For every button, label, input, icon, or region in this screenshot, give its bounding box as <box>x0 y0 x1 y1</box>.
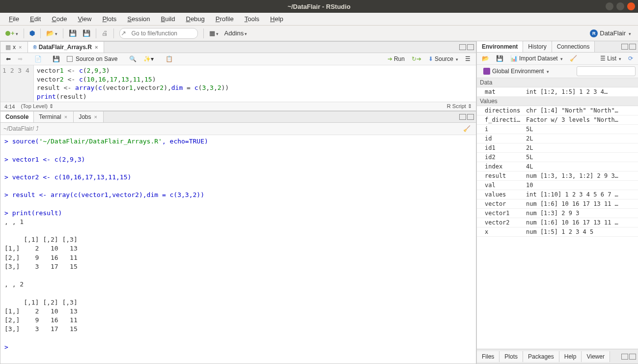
env-row[interactable]: resultnum [1:3, 1:3, 1:2] 2 9 3… <box>477 171 638 181</box>
print-button[interactable]: 🖨 <box>99 28 111 38</box>
source-pane: ▦x×®DataFlair_Arrays.R× ⬅ ➡ 📄 💾 Source o… <box>0 41 476 111</box>
clear-console-button[interactable]: 🧹 <box>461 124 473 133</box>
save-source-button[interactable]: 💾 <box>50 55 62 63</box>
window-controls <box>606 2 635 10</box>
env-row[interactable]: vectornum [1:6] 10 16 17 13 11 … <box>477 199 638 209</box>
env-row[interactable]: directionschr [1:4] "North" "North"… <box>477 106 638 115</box>
close-tab-icon[interactable]: × <box>18 44 23 50</box>
run-button[interactable]: ➔ Run <box>385 55 407 63</box>
env-row[interactable]: id12L <box>477 143 638 153</box>
project-selector[interactable]: R DataFlair <box>586 28 635 39</box>
clear-workspace-button[interactable]: 🧹 <box>567 54 580 63</box>
refresh-button[interactable]: ⟳ <box>626 54 636 63</box>
source-button[interactable]: ⬇ Source <box>426 55 461 63</box>
window-title: ~/DataFlair - RStudio <box>287 3 350 10</box>
minimize-pane-icon[interactable] <box>459 114 466 120</box>
console-output[interactable]: > source('~/DataFlair/DataFlair_Arrays.R… <box>0 135 476 364</box>
menu-build[interactable]: Build <box>156 14 180 24</box>
close-tab-icon[interactable]: × <box>94 44 99 50</box>
env-row[interactable]: i5L <box>477 125 638 134</box>
environment-pane: EnvironmentHistoryConnections 📂 💾 📊 Impo… <box>477 41 638 349</box>
files-tabs: FilesPlotsPackagesHelpViewer <box>477 349 638 364</box>
env-tab-history[interactable]: History <box>523 41 552 52</box>
env-row[interactable]: id25L <box>477 153 638 162</box>
import-dataset-button[interactable]: 📊 Import Dataset <box>508 54 565 63</box>
minimize-pane-icon[interactable] <box>621 354 628 360</box>
minimize-button[interactable] <box>606 2 613 10</box>
goto-function-input[interactable] <box>119 28 198 39</box>
br-tab-viewer[interactable]: Viewer <box>582 351 610 362</box>
scope-selector[interactable]: (Top Level) ⇕ <box>21 103 53 110</box>
maximize-pane-icon[interactable] <box>467 114 474 120</box>
save-button[interactable]: 💾 <box>66 28 79 38</box>
console-path-icon[interactable]: ⤴ <box>36 125 39 132</box>
maximize-button[interactable] <box>616 2 624 10</box>
menu-debug[interactable]: Debug <box>181 14 210 24</box>
env-row[interactable]: id2L <box>477 134 638 143</box>
environment-toolbar: 📂 💾 📊 Import Dataset 🧹 ☰ List ⟳ <box>477 53 638 65</box>
maximize-pane-icon[interactable] <box>629 44 636 50</box>
find-button[interactable]: 🔍 <box>127 55 139 63</box>
menu-plots[interactable]: Plots <box>97 14 121 24</box>
menu-profile[interactable]: Profile <box>211 14 239 24</box>
env-row[interactable]: index4L <box>477 162 638 171</box>
load-workspace-button[interactable]: 📂 <box>479 54 492 63</box>
close-tab-icon[interactable]: × <box>63 114 68 120</box>
menu-help[interactable]: Help <box>265 14 288 24</box>
goto-function-field[interactable]: ↗ <box>117 27 200 40</box>
console-tab-jobs[interactable]: Jobs× <box>74 112 104 122</box>
env-row[interactable]: vector1num [1:3] 2 9 3 <box>477 209 638 218</box>
compile-report-button[interactable]: 📋 <box>163 55 175 63</box>
maximize-pane-icon[interactable] <box>629 354 636 360</box>
addins-button[interactable]: Addins <box>222 28 250 38</box>
wand-button[interactable]: ✨▾ <box>141 55 156 63</box>
minimize-pane-icon[interactable] <box>621 44 628 50</box>
env-row[interactable]: f_directi…Factor w/ 3 levels "North… <box>477 115 638 125</box>
env-row[interactable]: valuesint [1:10] 1 2 3 4 5 6 7 … <box>477 190 638 199</box>
env-tab-environment[interactable]: Environment <box>477 41 523 52</box>
rerun-button[interactable]: ↻➔ <box>409 55 424 63</box>
menu-tools[interactable]: Tools <box>240 14 264 24</box>
save-workspace-button[interactable]: 💾 <box>494 54 506 63</box>
grid-button[interactable]: ▦ <box>207 28 221 38</box>
code-editor[interactable]: 1 2 3 4 vector1 <- c(2,9,3) vector2 <- c… <box>0 65 476 102</box>
maximize-pane-icon[interactable] <box>467 44 474 50</box>
outline-button[interactable]: ☰ <box>463 55 473 63</box>
br-tab-help[interactable]: Help <box>559 351 582 362</box>
env-row[interactable]: val10 <box>477 181 638 190</box>
menu-session[interactable]: Session <box>122 14 155 24</box>
br-tab-packages[interactable]: Packages <box>523 351 559 362</box>
forward-button[interactable]: ➡ <box>15 55 25 63</box>
br-tab-files[interactable]: Files <box>477 351 499 362</box>
show-in-new-window-button[interactable]: 📄 <box>32 55 44 63</box>
source-tab[interactable]: ®DataFlair_Arrays.R× <box>28 42 104 53</box>
language-selector[interactable]: R Script ⇕ <box>447 103 472 110</box>
env-row[interactable]: vector2num [1:6] 10 16 17 13 11 … <box>477 218 638 227</box>
source-statusbar: 4:14 (Top Level) ⇕ R Script ⇕ <box>0 102 476 111</box>
close-tab-icon[interactable]: × <box>93 114 98 120</box>
environment-scope-selector[interactable]: Global Environment <box>479 67 553 76</box>
br-tab-plots[interactable]: Plots <box>499 351 523 362</box>
source-on-save-toggle[interactable]: Source on Save <box>64 55 120 63</box>
menu-edit[interactable]: Edit <box>25 14 46 24</box>
console-toolbar: ~/DataFlair/ ⤴ 🧹 <box>0 123 476 135</box>
list-view-button[interactable]: ☰ List <box>598 54 624 63</box>
env-row[interactable]: matint [1:2, 1:5] 1 2 3 4… <box>477 87 638 97</box>
minimize-pane-icon[interactable] <box>459 44 466 50</box>
back-button[interactable]: ⬅ <box>3 55 13 63</box>
environment-search-input[interactable] <box>577 66 636 76</box>
env-tab-connections[interactable]: Connections <box>552 41 595 52</box>
open-file-button[interactable]: 📂 <box>44 28 60 38</box>
env-row[interactable]: xnum [1:5] 1 2 3 4 5 <box>477 227 638 237</box>
new-project-button[interactable]: ⬢ <box>27 28 37 38</box>
new-file-button[interactable]: + <box>3 28 21 38</box>
menu-file[interactable]: File <box>4 14 24 24</box>
environment-table[interactable]: Datamatint [1:2, 1:5] 1 2 3 4…Valuesdire… <box>477 78 638 349</box>
source-tab[interactable]: ▦x× <box>0 42 28 53</box>
menu-view[interactable]: View <box>73 14 96 24</box>
close-button[interactable] <box>627 2 635 10</box>
save-all-button[interactable]: 💾 <box>80 28 93 38</box>
menu-code[interactable]: Code <box>47 14 72 24</box>
console-tab-console[interactable]: Console <box>0 112 34 122</box>
console-tab-terminal[interactable]: Terminal× <box>34 112 74 122</box>
